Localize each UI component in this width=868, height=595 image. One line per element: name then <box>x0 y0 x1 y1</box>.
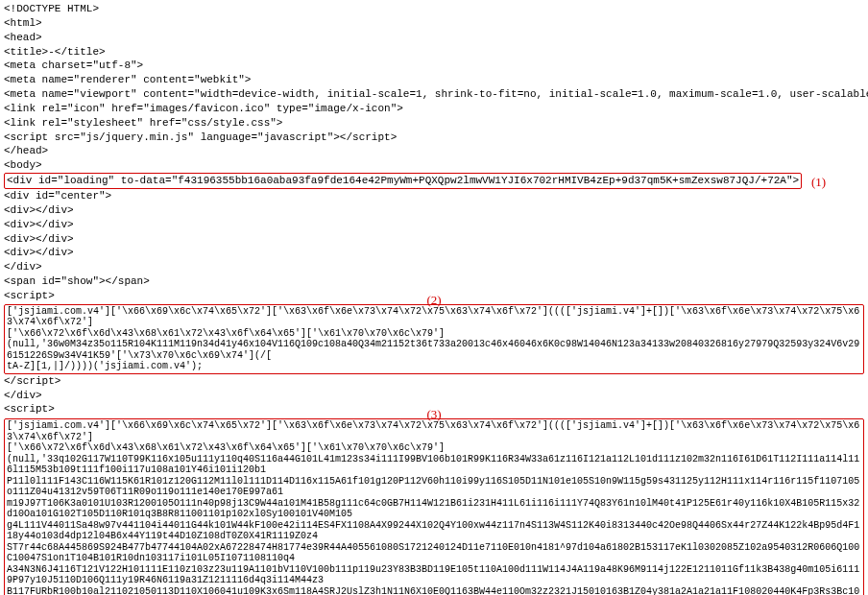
obfuscated-line: P11l0l111F143C116W115K61R101z120G112M11l… <box>7 476 861 498</box>
obfuscated-line: ['jsjiami.com.v4']['\x66\x69\x6c\x74\x65… <box>7 306 861 328</box>
obfuscated-line: (null,'36w0M34z35o115R104K111M119n34d41y… <box>7 339 861 361</box>
code-line: <link rel="icon" href="images/favicon.ic… <box>4 102 864 116</box>
code-line: <meta charset="utf-8"> <box>4 59 864 73</box>
code-line: <div id="center"> <box>4 189 864 203</box>
code-line: <div id="loading" to-data="f43196355bb16… <box>7 175 799 186</box>
code-line: <div></div> <box>4 203 864 218</box>
highlight-box-2: (2) ['jsjiami.com.v4']['\x66\x69\x6c\x74… <box>4 304 864 374</box>
code-line: <script src="js/jquery.min.js" language=… <box>4 131 864 145</box>
code-line: <span id="show"></span> <box>4 274 864 289</box>
annotation-label-2: (2) <box>426 292 441 309</box>
obfuscated-line: g4L111V44011Sa48w97v441104i44011G44k101W… <box>7 520 861 542</box>
obfuscated-line: ['\x66\x72\x6f\x6d\x43\x68\x61\x72\x43\x… <box>7 442 861 454</box>
obfuscated-line: (null,'33q102G117W110T99K116x105u111y110… <box>7 454 861 476</box>
obfuscated-line: ST7r44c68A445869S924B477b47744104A02xA67… <box>7 542 861 564</box>
code-line: <div></div> <box>4 218 864 232</box>
code-screenshot: <!DOCTYPE HTML> <html> <head> <title>-</… <box>0 0 868 595</box>
code-line: <html> <box>4 16 864 31</box>
code-block-top: <!DOCTYPE HTML> <html> <head> <title>-</… <box>4 2 864 173</box>
code-line: <head> <box>4 31 864 45</box>
annotation-label-3: (3) <box>426 406 441 423</box>
code-line: <meta name="renderer" content="webkit"> <box>4 73 864 87</box>
code-line: <link rel="stylesheet" href="css/style.c… <box>4 116 864 131</box>
code-line: </head> <box>4 144 864 158</box>
code-line: </div> <box>4 260 864 274</box>
obfuscated-line: ['jsjiami.com.v4']['\x66\x69\x6c\x74\x65… <box>7 420 861 442</box>
obfuscated-line: tA-Z][1,|]/))))('jsjiami.com.v4'); <box>7 361 861 372</box>
code-line: <body> <box>4 158 864 173</box>
highlight-box-3: (3) ['jsjiami.com.v4']['\x66\x69\x6c\x74… <box>4 418 864 595</box>
code-line: <!DOCTYPE HTML> <box>4 2 864 16</box>
obfuscated-line: m19J97T106K3a0101U103R1200105O111n40p98j… <box>7 498 861 520</box>
code-line: <div></div> <box>4 232 864 247</box>
code-line: <div></div> <box>4 246 864 260</box>
code-line: </script> <box>4 374 864 389</box>
obfuscated-line: ['\x66\x72\x6f\x6d\x43\x68\x61\x72\x43\x… <box>7 328 861 340</box>
code-line: <title>-</title> <box>4 45 864 60</box>
code-line: </div> <box>4 389 864 403</box>
highlight-box-1: <div id="loading" to-data="f43196355bb16… <box>4 173 802 189</box>
code-block-mid: <div id="center"> <div></div> <div></div… <box>4 189 864 303</box>
obfuscated-line: B117FURbR100b10al211021050113D110X106041… <box>7 586 861 595</box>
annotation-label-1: (1) <box>811 174 826 191</box>
obfuscated-line: A34N3N6J4116T121V122H101111E110z103z23u1… <box>7 564 861 586</box>
code-line: <meta name="viewport" content="width=dev… <box>4 87 864 102</box>
